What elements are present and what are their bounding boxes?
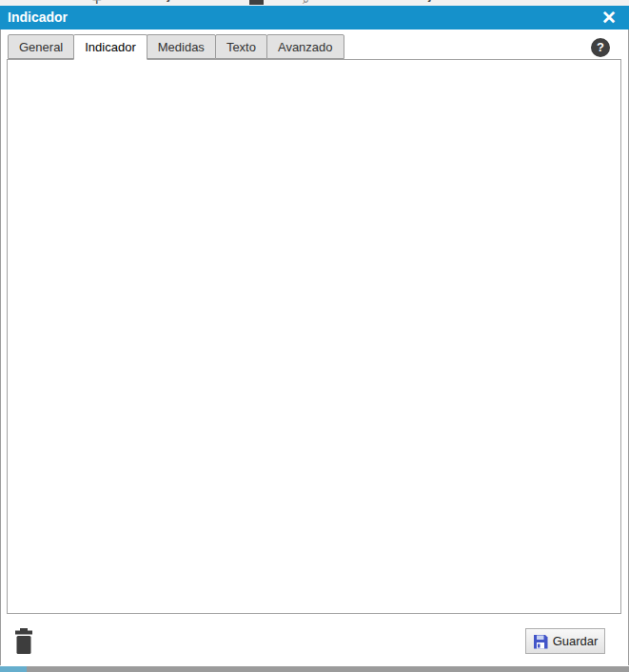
dialog-title: Indicador — [8, 10, 68, 25]
save-button-label: Guardar — [553, 634, 599, 648]
delete-button[interactable] — [13, 628, 34, 654]
help-icon[interactable]: ? — [591, 38, 610, 57]
toolbar-item-nuevo-objeto[interactable]: Nuevo Objeto — [108, 0, 189, 2]
trash-icon — [13, 628, 34, 654]
toolbar-item-objetos[interactable]: Objetos — [411, 0, 457, 2]
tab-panel — [7, 59, 621, 614]
tab-medidas[interactable]: Medidas — [147, 34, 216, 59]
toolbar-item-avanzadas[interactable]: Avanzadas — [514, 0, 578, 2]
dialog-titlebar: Indicador ✕ — [0, 6, 629, 30]
tab-general[interactable]: General — [8, 34, 74, 59]
save-button[interactable]: Guardar — [525, 628, 605, 654]
bottom-scrollbar[interactable] — [0, 666, 629, 672]
tabs-icon — [249, 0, 264, 5]
dialog-border-left — [0, 30, 1, 665]
tab-avanzado[interactable]: Avanzado — [266, 34, 344, 59]
save-icon — [533, 634, 548, 649]
dialog-tabs: General Indicador Medidas Texto Avanzado — [8, 34, 344, 60]
tab-indicador[interactable]: Indicador — [73, 34, 147, 60]
close-icon[interactable]: ✕ — [598, 7, 620, 30]
toolbar-item-buscar[interactable]: Buscar — [318, 0, 360, 2]
toolbar-item-pestanas[interactable]: Pestañas — [269, 0, 324, 2]
bottom-scrollbar-thumb[interactable] — [0, 666, 27, 672]
indicator-dialog: ✛ Nuevo Objeto Pestañas ⌕ Buscar Objetos… — [0, 0, 629, 672]
tab-texto[interactable]: Texto — [215, 34, 267, 59]
